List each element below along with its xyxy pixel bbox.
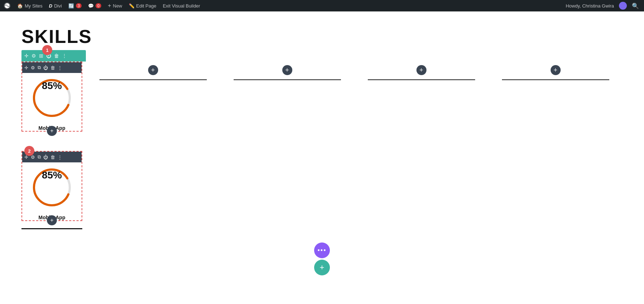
- column-2: +: [86, 62, 220, 133]
- percent-text-1: 85%: [42, 80, 62, 92]
- row-delete-icon[interactable]: 🗑: [54, 53, 59, 59]
- module-badge-1: 1: [42, 45, 52, 55]
- column-2-row2-c2: [86, 151, 220, 222]
- bottom-divider: [21, 228, 82, 229]
- column-2-row2-c4: [354, 151, 488, 222]
- add-module-btn-2[interactable]: +: [47, 215, 57, 225]
- module-badge-2: 2: [24, 146, 34, 156]
- mod-move-icon-1[interactable]: ✛: [24, 65, 28, 70]
- user-avatar: [619, 2, 627, 10]
- page-title: SKILLS: [21, 26, 623, 47]
- column-3: +: [220, 62, 354, 133]
- admin-bar-right: Howdy, Christina Gwira 🔍: [566, 2, 640, 10]
- exit-vb-label: Exit Visual Builder: [163, 3, 200, 9]
- mod-delete-icon-2[interactable]: 🗑: [50, 155, 55, 160]
- row-move-icon[interactable]: ✛: [24, 53, 29, 59]
- module-card-1: ✛ ⚙ ⧉ ⏻ 🗑 ⋮ 85% M: [21, 62, 82, 132]
- module-card-2: ✛ ⚙ ⧉ ⏻ 🗑 ⋮ 85% M: [21, 151, 82, 221]
- new-label: New: [113, 3, 122, 9]
- add-module-btn-1[interactable]: +: [47, 126, 57, 136]
- updates-icon: 🔄: [68, 3, 74, 9]
- my-sites-menu[interactable]: 🏠 My Sites: [17, 3, 43, 9]
- admin-bar: 🏠 My Sites D Divi 🔄 3 💬 0 + New ✏️ Edit …: [0, 0, 644, 11]
- howdy-text: Howdy, Christina Gwira: [566, 3, 614, 9]
- mod-more-icon-1[interactable]: ⋮: [58, 65, 62, 70]
- updates-count: 3: [76, 3, 82, 8]
- edit-page-label: Edit Page: [136, 3, 156, 9]
- percent-text-2: 85%: [42, 170, 62, 181]
- add-module-col4-btn[interactable]: +: [416, 65, 426, 75]
- page-content: SKILLS ✛ ⚙ ⊞ ⏻ 🗑 ⋮ 1 ✛ ⚙: [0, 11, 644, 261]
- comments-menu[interactable]: 💬 0: [88, 3, 101, 9]
- circle-chart-2: 85%: [22, 162, 82, 212]
- divi-icon: D: [49, 3, 52, 9]
- mod-clone-icon-2[interactable]: ⧉: [38, 154, 41, 160]
- mod-toggle-icon-2[interactable]: ⏻: [43, 155, 48, 160]
- module-toolbar-1: ✛ ⚙ ⧉ ⏻ 🗑 ⋮: [22, 62, 82, 73]
- mod-settings-icon-1[interactable]: ⚙: [31, 65, 35, 70]
- edit-page-menu[interactable]: ✏️ Edit Page: [129, 3, 156, 9]
- column-2-row2-c3: [220, 151, 354, 222]
- row-settings-icon[interactable]: ⚙: [31, 53, 36, 59]
- col3-divider: [234, 79, 341, 80]
- column-2-row2: 2 ✛ ⚙ ⧉ ⏻ 🗑 ⋮: [21, 151, 86, 222]
- float-dots-button[interactable]: •••: [314, 242, 330, 258]
- comments-icon: 💬: [88, 3, 94, 9]
- sites-icon: 🏠: [17, 3, 23, 9]
- row-section-2: 2 ✛ ⚙ ⧉ ⏻ 🗑 ⋮: [21, 151, 623, 229]
- exit-visual-builder-btn[interactable]: Exit Visual Builder: [163, 3, 200, 9]
- add-module-col3-btn[interactable]: +: [282, 65, 292, 75]
- add-module-col5-btn[interactable]: +: [551, 65, 561, 75]
- float-plus-button[interactable]: +: [314, 260, 330, 275]
- add-module-col2-btn[interactable]: +: [148, 65, 158, 75]
- column-2-row2-c5: [488, 151, 623, 222]
- mod-more-icon-2[interactable]: ⋮: [58, 155, 62, 160]
- new-menu[interactable]: + New: [108, 3, 122, 9]
- new-plus-icon: +: [108, 3, 111, 9]
- mod-toggle-icon-1[interactable]: ⏻: [43, 65, 48, 70]
- col4-divider: [368, 79, 475, 80]
- row-more-icon[interactable]: ⋮: [62, 53, 67, 59]
- column-4: +: [354, 62, 488, 133]
- column-5: +: [488, 62, 623, 133]
- comments-count: 0: [96, 3, 101, 8]
- wp-logo-icon: [4, 2, 11, 9]
- col5-divider: [502, 79, 609, 80]
- row-toolbar-teal: ✛ ⚙ ⊞ ⏻ 🗑 ⋮ 1: [21, 50, 86, 62]
- search-button[interactable]: 🔍: [630, 3, 640, 9]
- col2-divider: [99, 79, 207, 80]
- mod-delete-icon-1[interactable]: 🗑: [50, 65, 55, 70]
- float-btn-group: ••• +: [314, 242, 330, 275]
- edit-icon: ✏️: [129, 3, 135, 9]
- divi-label: Divi: [54, 3, 62, 9]
- row-section-1: ✛ ⚙ ⊞ ⏻ 🗑 ⋮ 1 ✛ ⚙ ⧉ ⏻ 🗑: [21, 62, 623, 133]
- my-sites-label: My Sites: [25, 3, 43, 9]
- row-columns-icon[interactable]: ⊞: [39, 53, 43, 59]
- divi-menu[interactable]: D Divi: [49, 3, 62, 9]
- wp-logo[interactable]: [4, 2, 11, 9]
- updates-menu[interactable]: 🔄 3: [68, 3, 82, 9]
- mod-clone-icon-1[interactable]: ⧉: [38, 65, 41, 70]
- column-1: ✛ ⚙ ⧉ ⏻ 🗑 ⋮ 85% M: [21, 62, 86, 133]
- circle-chart-1: 85%: [22, 73, 82, 123]
